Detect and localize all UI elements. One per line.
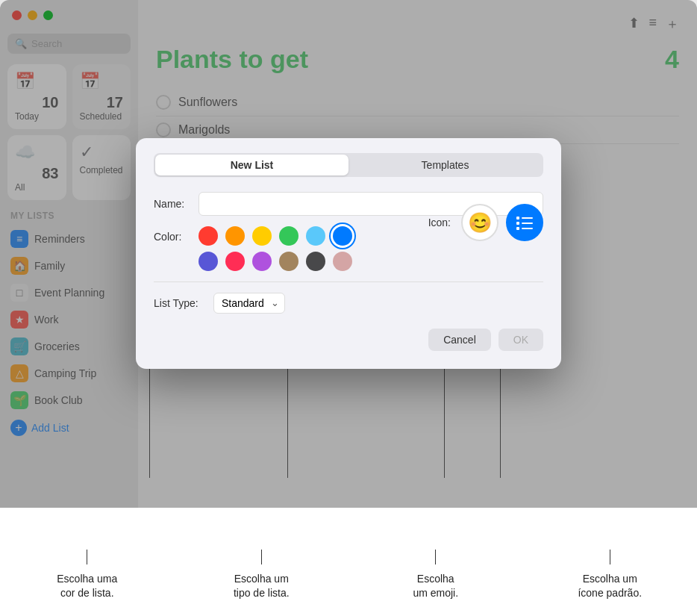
modal-tab-bar: New List Templates — [154, 153, 543, 177]
color-swatch-rose[interactable] — [333, 252, 352, 271]
type-annotation-text: Escolha umtipo de lista. — [234, 572, 290, 601]
name-label: Name: — [154, 198, 199, 210]
icon-label: Icon: — [428, 217, 451, 228]
icon-annotation-connector — [610, 550, 610, 564]
modal-buttons: Cancel OK — [154, 329, 543, 351]
color-annotation-block: Escolha umacor de lista. — [0, 541, 175, 616]
svg-rect-1 — [522, 217, 533, 219]
tab-new-list[interactable]: New List — [155, 155, 348, 175]
color-label: Color: — [154, 226, 199, 243]
color-swatch-dark-gray[interactable] — [306, 252, 325, 271]
emoji-annotation-block: Escolhaum emoji. — [348, 541, 523, 616]
svg-rect-5 — [522, 228, 533, 229]
icon-option-emoji[interactable]: 😊 — [461, 204, 498, 241]
color-swatch-red[interactable] — [199, 226, 218, 246]
list-type-select[interactable]: Standard Grocery Shopping — [213, 293, 285, 314]
cancel-button[interactable]: Cancel — [428, 329, 491, 351]
svg-rect-3 — [522, 223, 533, 224]
color-swatch-orange[interactable] — [225, 226, 245, 246]
list-type-select-wrapper: Standard Grocery Shopping — [213, 293, 285, 314]
ok-button[interactable]: OK — [498, 329, 543, 351]
color-swatch-green[interactable] — [279, 226, 299, 246]
color-swatch-yellow[interactable] — [252, 226, 272, 246]
modal-divider — [154, 281, 543, 282]
icon-section: Icon: 😊 — [428, 204, 543, 241]
svg-rect-0 — [516, 217, 519, 220]
color-annotation-text: Escolha umacor de lista. — [57, 572, 117, 601]
color-swatch-pink[interactable] — [225, 252, 245, 271]
list-type-row: List Type: Standard Grocery Shopping — [154, 293, 543, 314]
icon-annotation-block: Escolha umícone padrão. — [523, 541, 698, 616]
type-annotation-connector — [261, 550, 262, 564]
list-icon — [514, 212, 535, 233]
annotations-bar: Escolha umacor de lista. Escolha umtipo … — [0, 508, 697, 616]
type-annotation-block: Escolha umtipo de lista. — [175, 541, 349, 616]
color-swatch-light-blue[interactable] — [306, 226, 325, 246]
svg-rect-2 — [516, 222, 519, 225]
color-swatch-indigo[interactable] — [199, 252, 218, 271]
tab-templates[interactable]: Templates — [348, 155, 542, 175]
color-swatch-purple[interactable] — [252, 252, 272, 271]
color-swatch-brown[interactable] — [279, 252, 299, 271]
svg-rect-4 — [516, 227, 519, 230]
color-grid — [199, 226, 354, 271]
icon-annotation-text: Escolha umícone padrão. — [578, 572, 642, 601]
emoji-annotation-connector — [435, 550, 436, 564]
color-swatch-blue[interactable] — [333, 226, 352, 246]
emoji-annotation-text: Escolhaum emoji. — [413, 572, 458, 601]
color-annotation-connector — [87, 550, 87, 564]
list-type-label: List Type: — [154, 297, 213, 309]
new-list-modal: New List Templates Name: Color: Icon: 😊 — [136, 138, 561, 369]
icon-option-list[interactable] — [506, 204, 543, 241]
